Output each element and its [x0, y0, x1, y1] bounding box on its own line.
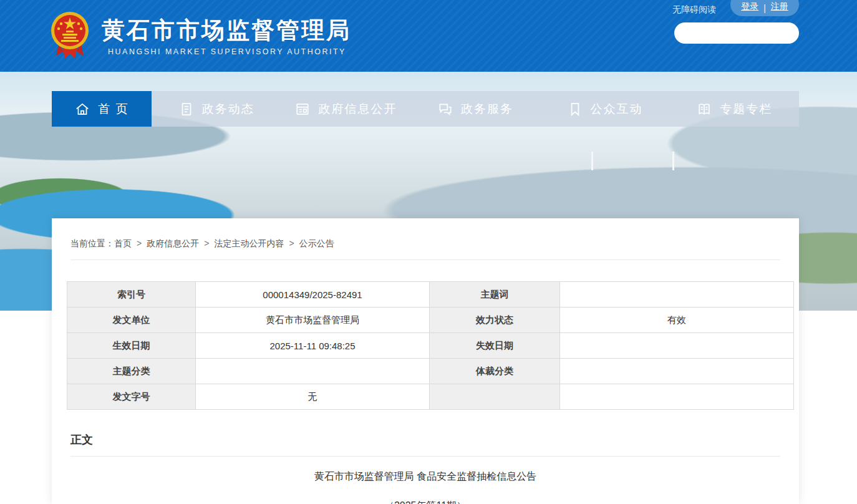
breadcrumb-label: 当前位置： [70, 238, 114, 248]
nav-item-home[interactable]: 首 页 [52, 91, 152, 127]
bridge-pylon [591, 152, 593, 170]
breadcrumb-item-statutory-disclosure[interactable]: 法定主动公开内容 [214, 238, 284, 248]
auth-separator: | [763, 4, 766, 12]
auth-pill: 登录 | 注册 [730, 0, 799, 16]
bridge-pylon [672, 152, 674, 170]
meta-value-validity-status: 有效 [560, 308, 794, 333]
home-icon [74, 101, 90, 117]
meta-label-validity-status: 效力状态 [430, 308, 560, 333]
nav-label: 公众互动 [591, 101, 643, 117]
meta-value-document-number: 无 [196, 384, 430, 410]
meta-label-genre-category: 体裁分类 [430, 359, 560, 384]
breadcrumb: 当前位置：首页>政府信息公开>法定主动公开内容>公示公告 [70, 218, 780, 250]
search-icon [801, 26, 815, 40]
main-nav: 首 页 政务动态 政府信息公开 政务服务 公众互动 [52, 91, 799, 127]
nav-label: 首 页 [98, 101, 128, 117]
table-row: 生效日期 2025-11-11 09:48:25 失效日期 [67, 333, 794, 359]
site-title: 黄石市市场监督管理局 [102, 15, 351, 46]
nav-item-special-topics[interactable]: 专题专栏 [669, 91, 799, 127]
meta-value-expiry-date [560, 333, 794, 359]
nav-item-news[interactable]: 政务动态 [152, 91, 281, 127]
meta-label-subject-category: 主题分类 [67, 359, 196, 384]
breadcrumb-separator: > [289, 238, 294, 248]
meta-label-expiry-date: 失效日期 [430, 333, 560, 359]
article-title: 黄石市市场监督管理局 食品安全监督抽检信息公告 [52, 470, 799, 483]
article-divider [70, 456, 780, 457]
meta-value-effective-date: 2025-11-11 09:48:25 [196, 333, 430, 359]
meta-label-issuing-unit: 发文单位 [67, 308, 196, 333]
meta-value-subject-words [560, 282, 794, 308]
table-row: 发文字号 无 [67, 384, 794, 410]
breadcrumb-item-gov-info[interactable]: 政府信息公开 [147, 238, 199, 248]
breadcrumb-item-announcements[interactable]: 公示公告 [299, 238, 334, 248]
meta-value-issuing-unit: 黄石市市场监督管理局 [196, 308, 430, 333]
browser-icon [294, 101, 311, 117]
book-icon [696, 101, 712, 117]
search-box [674, 22, 799, 44]
site-header: 黄石市市场监督管理局 HUANGSHI MARKET SUPERVISORY A… [0, 0, 857, 72]
nav-label: 政务服务 [461, 101, 513, 117]
meta-label-subject-words: 主题词 [430, 282, 560, 308]
meta-label-index-number: 索引号 [67, 282, 196, 308]
chat-icon [437, 101, 453, 117]
meta-value-subject-category [196, 359, 430, 384]
nav-label: 专题专栏 [720, 101, 772, 117]
nav-label: 政务动态 [202, 101, 254, 117]
nav-item-gov-info[interactable]: 政府信息公开 [281, 91, 411, 127]
article-issue-number: （2025年第11期） [52, 500, 799, 504]
breadcrumb-separator: > [204, 238, 209, 248]
meta-label-empty [430, 384, 560, 410]
table-row: 发文单位 黄石市市场监督管理局 效力状态 有效 [67, 308, 794, 333]
meta-label-document-number: 发文字号 [67, 384, 196, 410]
meta-label-effective-date: 生效日期 [67, 333, 196, 359]
nav-item-services[interactable]: 政务服务 [410, 91, 540, 127]
meta-value-genre-category [560, 359, 794, 384]
national-emblem-icon [50, 10, 90, 61]
news-icon [178, 101, 195, 117]
table-row: 索引号 000014349/2025-82491 主题词 [67, 282, 794, 308]
meta-value-index-number: 000014349/2025-82491 [196, 282, 430, 308]
nav-item-interaction[interactable]: 公众互动 [540, 91, 670, 127]
document-meta-table: 索引号 000014349/2025-82491 主题词 发文单位 黄石市市场监… [67, 281, 794, 410]
site-subtitle: HUANGSHI MARKET SUPERVISORY AUTHORITY [102, 47, 346, 56]
nav-label: 政府信息公开 [318, 101, 397, 117]
content-panel: 当前位置：首页>政府信息公开>法定主动公开内容>公示公告 索引号 0000143… [52, 218, 799, 504]
table-row: 主题分类 体裁分类 [67, 359, 794, 384]
search-input[interactable] [674, 24, 801, 42]
login-link[interactable]: 登录 [741, 1, 758, 12]
breadcrumb-separator: > [137, 238, 142, 248]
meta-value-empty [560, 384, 794, 410]
bookmark-icon [567, 101, 583, 117]
search-button[interactable] [801, 22, 815, 44]
accessibility-link[interactable]: 无障碍阅读 [672, 4, 716, 16]
article-section-heading: 正文 [70, 432, 780, 447]
breadcrumb-divider [70, 259, 780, 260]
breadcrumb-item-home[interactable]: 首页 [114, 238, 132, 248]
register-link[interactable]: 注册 [771, 1, 788, 12]
page: 黄石市市场监督管理局 HUANGSHI MARKET SUPERVISORY A… [0, 0, 857, 504]
site-subtitle-text: HUANGSHI MARKET SUPERVISORY AUTHORITY [108, 47, 346, 56]
